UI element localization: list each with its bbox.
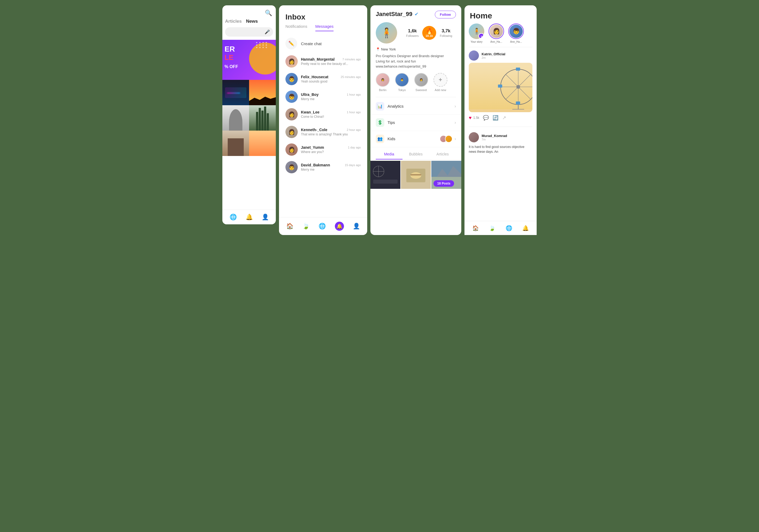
svg-rect-24 xyxy=(498,84,502,87)
promo-er: ER xyxy=(224,45,235,53)
avatar-kwan: 👩 xyxy=(285,108,298,121)
like-icon[interactable]: ♥ xyxy=(469,115,472,121)
nav-leaf[interactable]: 🍃 xyxy=(489,225,496,231)
followers-count: 1,6k xyxy=(403,28,422,34)
story-ann2[interactable]: 👦 Ann_Ha... xyxy=(508,23,524,43)
message-item[interactable]: 👩 Janet_Yumm1 day ago Where are you? xyxy=(283,141,363,158)
following-label: Following xyxy=(436,34,456,37)
story-ann2-avatar: 👦 xyxy=(508,23,524,39)
tab-notifications[interactable]: Notifications xyxy=(285,24,307,31)
nav-profile[interactable]: 👤 xyxy=(353,223,360,230)
post-murad-author-row: Murad_Komrad 7m xyxy=(469,132,532,142)
msg-name: Ultra_Boy xyxy=(301,93,319,97)
avatar-ultra: 👦 xyxy=(285,91,298,103)
search-bar[interactable]: 🎤 xyxy=(225,27,273,37)
circle-add-new[interactable]: + Add new xyxy=(433,73,447,92)
message-item[interactable]: 👨 David_Bakmann15 days ago Merry me xyxy=(283,158,363,176)
msg-name: Kenneth-_Cole xyxy=(301,128,327,132)
profile-username: JanetStar_99 xyxy=(376,11,412,18)
fire-icon: 🔥 xyxy=(426,28,433,34)
message-item[interactable]: 👦 Ultra_Boy1 hour ago Merry me xyxy=(283,88,363,105)
msg-content: Kenneth-_Cole2 hour ago That wine is ama… xyxy=(301,128,361,136)
promo-dots xyxy=(256,42,268,48)
image-woman[interactable] xyxy=(222,105,249,131)
media-cell-3[interactable]: 18 Posts xyxy=(431,161,461,189)
media-cell-1[interactable] xyxy=(371,161,400,189)
media-tabs: Media Bubbles Articles xyxy=(371,147,461,160)
avatar-felix: 👨 xyxy=(285,73,298,85)
image-sunset[interactable] xyxy=(249,80,276,105)
create-chat-label: Create chat xyxy=(301,41,322,46)
share-icon[interactable]: ↗ xyxy=(502,115,506,121)
nav-bell[interactable]: 🔔 xyxy=(246,214,253,221)
nav-globe[interactable]: 🌐 xyxy=(319,223,326,230)
post-actions: ♥ 1.5k 💬 🔄 ↗ xyxy=(469,115,532,121)
menu-tips[interactable]: 💲 Tips › xyxy=(371,115,461,131)
circle-berlin[interactable]: 👩 Berlin xyxy=(376,73,390,92)
circle-sweeeet[interactable]: 👩 Sweeeet xyxy=(414,73,428,92)
message-item[interactable]: 👩 Hannah_Morgental7 minutes ago Pretty n… xyxy=(283,53,363,70)
create-chat-icon: ✏️ xyxy=(285,38,297,50)
profile-stats-row: 🧍 1,6k Followers 🔥 18.1k 3,7k Following xyxy=(371,22,461,47)
points-count: 18.1k xyxy=(425,34,433,37)
msg-preview: Merry me xyxy=(301,97,361,101)
bottom-nav-panel2: 🏠 🍃 🌐 🔔 👤 xyxy=(279,217,367,235)
media-cell-2[interactable] xyxy=(401,161,431,189)
articles-news-panel: 🔍 Articles News 🎤 ER LE % OFF xyxy=(222,5,276,224)
tab-bubbles[interactable]: Bubbles xyxy=(403,149,429,160)
search-icon[interactable]: 🔍 xyxy=(265,10,272,17)
tab-articles[interactable]: Articles xyxy=(225,19,242,24)
story-ann2-label: Ann_Ha... xyxy=(510,40,522,43)
svg-rect-8 xyxy=(411,174,421,175)
msg-content: Ultra_Boy1 hour ago Merry me xyxy=(301,93,361,101)
nav-home-active[interactable]: 🏠 xyxy=(472,225,479,231)
tab-messages[interactable]: Messages xyxy=(315,24,334,31)
story-ann1[interactable]: 👩 Ann_Ha... xyxy=(489,23,504,43)
tab-media[interactable]: Media xyxy=(376,149,403,160)
kids-avatar-group xyxy=(440,135,453,143)
msg-time: 2 hour ago xyxy=(347,128,361,132)
menu-kids[interactable]: 👥 Kids › xyxy=(371,131,461,147)
profile-location: 📍 New York xyxy=(371,47,461,54)
analytics-icon: 📊 xyxy=(376,102,384,111)
story-your[interactable]: 🧍 Your story xyxy=(469,23,484,43)
msg-preview: Pretty neat to see the beauty of... xyxy=(301,62,361,66)
message-item[interactable]: 👩 Kenneth-_Cole2 hour ago That wine is a… xyxy=(283,123,363,141)
nav-leaf[interactable]: 🍃 xyxy=(302,223,309,230)
circle-add-label: Add new xyxy=(435,89,446,92)
kids-icon: 👥 xyxy=(376,134,384,143)
svg-rect-21 xyxy=(516,67,520,70)
circle-tokyo-avatar: 👨 xyxy=(395,73,409,87)
nav-bell[interactable]: 🔔 xyxy=(522,225,529,231)
image-laser[interactable] xyxy=(222,80,249,105)
circle-tokyo[interactable]: 👨 Tokyo xyxy=(395,73,409,92)
nav-globe[interactable]: 🌐 xyxy=(506,225,512,231)
post-katrin-avatar xyxy=(469,51,479,60)
menu-analytics[interactable]: 📊 Analytics › xyxy=(371,98,461,115)
tab-articles-media[interactable]: Articles xyxy=(429,149,456,160)
points-badge: 🔥 18.1k xyxy=(422,26,436,40)
promo-text: ER LE % OFF xyxy=(224,45,238,70)
nav-profile[interactable]: 👤 xyxy=(261,214,269,221)
create-chat-button[interactable]: ✏️ Create chat xyxy=(279,34,367,53)
repost-icon[interactable]: 🔄 xyxy=(493,115,499,121)
image-sky[interactable] xyxy=(249,131,276,156)
post-murad-info: Murad_Komrad 7m xyxy=(482,134,507,141)
message-item[interactable]: 👨 Felix_Housecat25 minutes ago Yeah soun… xyxy=(283,70,363,88)
follow-button[interactable]: Follow xyxy=(435,11,456,19)
username-section: JanetStar_99 ✔ xyxy=(376,11,419,18)
nav-bell-active[interactable]: 🔔 xyxy=(335,222,344,231)
avatar-hannah: 👩 xyxy=(285,55,298,67)
image-forest[interactable] xyxy=(249,105,276,131)
nav-home[interactable]: 🏠 xyxy=(286,223,294,230)
story-ann1-label: Ann_Ha... xyxy=(491,40,502,43)
stories-row: 🧍 Your story 👩 Ann_Ha... 👦 Ann_Ha... xyxy=(464,23,537,47)
message-item[interactable]: 👩 Kwan_Lee1 hour ago Come to China!! xyxy=(283,105,363,123)
tab-news[interactable]: News xyxy=(246,19,258,24)
image-building[interactable] xyxy=(222,131,249,156)
followers-stat: 1,6k Followers xyxy=(403,28,422,37)
nav-globe[interactable]: 🌐 xyxy=(229,214,237,221)
promo-sale: LE xyxy=(224,54,233,61)
bio-line-3: www.behance.net/superartist_99 xyxy=(376,64,456,69)
comment-icon[interactable]: 💬 xyxy=(483,115,489,121)
